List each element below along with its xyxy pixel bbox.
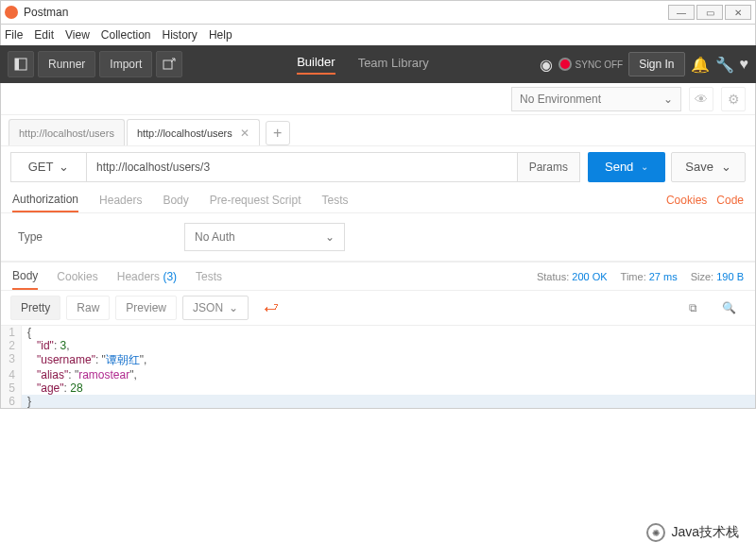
menu-collection[interactable]: Collection <box>101 28 151 42</box>
auth-type-label: Type <box>18 230 43 244</box>
copy-response-button[interactable]: ⧉ <box>679 296 707 320</box>
panel-icon <box>14 58 27 71</box>
request-tab[interactable]: http://localhost/users ✕ <box>127 119 260 145</box>
window-title: Postman <box>24 6 668 19</box>
status-label: Status: 200 OK <box>537 271 608 282</box>
sync-dot-icon <box>558 58 572 71</box>
menu-history[interactable]: History <box>163 28 198 42</box>
watermark: ✺ Java技术栈 <box>646 523 739 542</box>
tab-builder[interactable]: Builder <box>297 55 335 75</box>
menu-help[interactable]: Help <box>209 28 232 42</box>
env-quicklook-button[interactable]: 👁 <box>689 87 713 111</box>
resp-tab-body[interactable]: Body <box>12 269 38 290</box>
time-label: Time: 27 ms <box>621 271 678 282</box>
request-tab[interactable]: http://localhost/users <box>9 119 125 145</box>
window-close-button[interactable]: ✕ <box>725 5 751 20</box>
auth-type-select[interactable]: No Auth ⌄ <box>184 223 345 251</box>
chevron-down-icon: ⌄ <box>721 160 731 174</box>
env-settings-button[interactable]: ⚙ <box>721 87 746 111</box>
heart-icon[interactable]: ♥ <box>740 56 749 73</box>
svg-rect-2 <box>163 60 172 69</box>
tab-team-library[interactable]: Team Library <box>358 56 429 74</box>
cookies-link[interactable]: Cookies <box>666 194 707 207</box>
environment-select[interactable]: No Environment ⌄ <box>511 87 681 111</box>
runner-button[interactable]: Runner <box>38 51 95 77</box>
gear-icon: ⚙ <box>728 92 740 107</box>
search-response-button[interactable]: 🔍 <box>713 296 746 320</box>
chevron-down-icon: ⌄ <box>325 230 335 244</box>
chevron-down-icon: ⌄ <box>641 161 648 172</box>
subtab-tests[interactable]: Tests <box>321 194 348 207</box>
resp-tab-headers[interactable]: Headers (3) <box>117 270 177 283</box>
http-method-select[interactable]: GET ⌄ <box>10 152 86 182</box>
subtab-authorization[interactable]: Authorization <box>12 193 78 212</box>
sync-status[interactable]: SYNC OFF <box>558 58 624 71</box>
eye-icon: 👁 <box>695 92 708 107</box>
chevron-down-icon: ⌄ <box>229 301 238 314</box>
resp-tab-tests[interactable]: Tests <box>196 270 222 283</box>
sign-in-button[interactable]: Sign In <box>628 52 684 76</box>
copy-icon: ⧉ <box>689 301 697 314</box>
chevron-down-icon: ⌄ <box>663 93 673 106</box>
view-preview-button[interactable]: Preview <box>115 296 177 320</box>
new-window-icon <box>163 58 176 71</box>
menu-file[interactable]: File <box>5 28 23 42</box>
window-titlebar: Postman — ▭ ✕ <box>0 0 756 25</box>
view-raw-button[interactable]: Raw <box>66 296 110 320</box>
menu-bar: File Edit View Collection History Help <box>0 25 756 45</box>
svg-rect-1 <box>15 59 19 70</box>
main-toolbar: Runner Import Builder Team Library ◉ SYN… <box>0 45 756 83</box>
size-label: Size: 190 B <box>691 271 744 282</box>
wrap-lines-button[interactable]: ⮐ <box>254 296 288 320</box>
chevron-down-icon: ⌄ <box>59 160 69 174</box>
subtab-headers[interactable]: Headers <box>99 194 142 207</box>
toggle-sidebar-button[interactable] <box>8 51 34 77</box>
view-pretty-button[interactable]: Pretty <box>10 296 60 320</box>
subtab-pre-request[interactable]: Pre-request Script <box>210 194 301 207</box>
import-button[interactable]: Import <box>99 51 152 77</box>
send-button[interactable]: Send⌄ <box>588 152 665 182</box>
window-maximize-button[interactable]: ▭ <box>696 5 723 20</box>
url-input[interactable] <box>86 152 518 182</box>
menu-view[interactable]: View <box>65 28 90 42</box>
close-tab-icon[interactable]: ✕ <box>240 127 249 140</box>
new-window-button[interactable] <box>156 51 182 77</box>
response-body-viewer[interactable]: 1{2 "id": 3,3 "username": "谭朝红",4 "alias… <box>1 325 755 408</box>
code-link[interactable]: Code <box>716 194 744 207</box>
notifications-icon[interactable]: 🔔 <box>691 56 710 74</box>
add-tab-button[interactable]: + <box>266 121 290 145</box>
params-button[interactable]: Params <box>518 152 580 182</box>
wechat-icon: ✺ <box>646 523 665 542</box>
postman-logo-icon <box>5 6 18 19</box>
menu-edit[interactable]: Edit <box>34 28 54 42</box>
save-button[interactable]: Save⌄ <box>671 152 746 182</box>
request-tabs: http://localhost/users http://localhost/… <box>1 115 755 145</box>
search-icon: 🔍 <box>722 301 736 314</box>
format-select[interactable]: JSON ⌄ <box>182 296 249 320</box>
settings-wrench-icon[interactable]: 🔧 <box>715 56 734 74</box>
wrap-icon: ⮐ <box>264 299 279 316</box>
subtab-body[interactable]: Body <box>163 194 188 207</box>
capture-icon[interactable]: ◉ <box>540 56 553 74</box>
window-minimize-button[interactable]: — <box>668 5 695 20</box>
resp-tab-cookies[interactable]: Cookies <box>57 270 97 283</box>
